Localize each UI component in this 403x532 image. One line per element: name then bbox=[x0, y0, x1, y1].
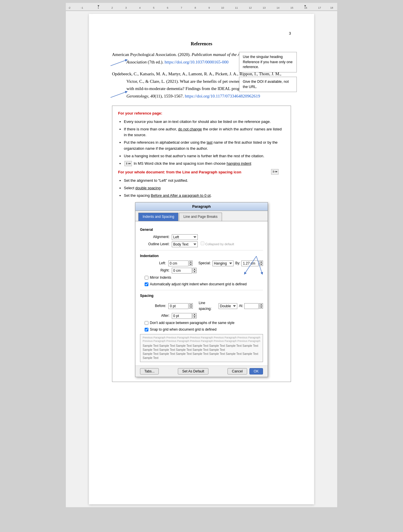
after-spinner[interactable]: ▲▼ bbox=[193, 313, 197, 319]
svg-text:7: 7 bbox=[181, 6, 182, 9]
by-label: By: bbox=[235, 261, 240, 266]
set-as-default-button[interactable]: Set As Default bbox=[178, 368, 208, 374]
special-label: Special: bbox=[198, 261, 211, 266]
svg-text:16: 16 bbox=[304, 6, 307, 9]
before-spinner[interactable]: ▲▼ bbox=[189, 303, 193, 309]
mirror-indents-row: Mirror Indents bbox=[140, 275, 263, 280]
line-spacing-select[interactable]: Double bbox=[219, 303, 237, 309]
special-select[interactable]: Hanging bbox=[212, 261, 234, 266]
left-input[interactable] bbox=[168, 261, 189, 266]
svg-rect-0 bbox=[66, 3, 337, 11]
dialog-body: General Alignment: Left Outline Level: B… bbox=[135, 221, 268, 366]
dialog-footer: Tabs... Set As Default Cancel OK bbox=[135, 366, 268, 377]
svg-text:9: 9 bbox=[208, 6, 210, 9]
line-spacing-form-label: Line spacing: bbox=[199, 300, 217, 311]
ok-button[interactable]: OK bbox=[249, 368, 263, 374]
dialog-tabs: Indents and Spacing Line and Page Breaks bbox=[135, 211, 268, 221]
whole-document-bullets: Set the alignment to “Left” not justifie… bbox=[124, 178, 285, 198]
callout-box-doi: Give the DOI if available, not the URL. bbox=[239, 77, 297, 92]
tabs-button[interactable]: Tabs... bbox=[140, 368, 159, 374]
info-box: For your reference page: Every source yo… bbox=[112, 106, 291, 382]
auto-adjust-row: Automatically adjust right indent when d… bbox=[140, 282, 263, 287]
mirror-label: Mirror Indents bbox=[150, 275, 171, 280]
after-label: After: bbox=[140, 313, 172, 319]
callout-box-reference: Use the singular heading Reference if yo… bbox=[239, 52, 297, 72]
before-label: Before: bbox=[140, 303, 168, 309]
dont-add-row: Don't add space between paragraphs of th… bbox=[140, 320, 263, 326]
right-input[interactable] bbox=[172, 268, 192, 274]
svg-text:1: 1 bbox=[98, 6, 99, 9]
svg-text:18: 18 bbox=[330, 6, 333, 9]
before-row: Before: ▲▼ Line spacing: Double At: ▲▼ bbox=[140, 300, 263, 311]
snap-label: Snap to grid when document grid is defin… bbox=[150, 327, 217, 332]
bullet-3: Put the references in alphabetical order… bbox=[124, 140, 285, 152]
before-input[interactable] bbox=[168, 303, 189, 309]
outline-label: Outline Level: bbox=[140, 241, 172, 247]
svg-text:6: 6 bbox=[167, 6, 168, 9]
by-spinner[interactable]: ▲▼ bbox=[259, 261, 263, 266]
ref2-vol: 40 bbox=[150, 94, 155, 98]
bullet-1: Every source you have an in-text citatio… bbox=[124, 119, 285, 125]
line-spacing-icon-1: ⇕≡▾ bbox=[124, 161, 132, 166]
ruler: -2 -1 1 2 3 4 5 6 7 8 9 10 11 12 13 14 1… bbox=[66, 3, 337, 11]
ref1-doi[interactable]: https://doi.org/10.1037/0000165-000 bbox=[165, 60, 228, 64]
svg-text:10: 10 bbox=[221, 6, 224, 9]
svg-text:15: 15 bbox=[290, 6, 293, 9]
collapsed-label: Collapsed by default bbox=[201, 241, 234, 247]
after-row: After: ▲▼ bbox=[140, 313, 263, 319]
dont-add-checkbox[interactable] bbox=[145, 321, 148, 325]
left-label: Left: bbox=[140, 261, 168, 266]
page-wrapper: -2 -1 1 2 3 4 5 6 7 8 9 10 11 12 13 14 1… bbox=[66, 3, 337, 507]
after-input[interactable] bbox=[172, 313, 192, 319]
at-spinner[interactable]: ▲▼ bbox=[259, 303, 263, 309]
page-number: 3 bbox=[112, 31, 291, 35]
svg-text:2: 2 bbox=[111, 6, 113, 9]
right-indent-row: Right: ▲▼ bbox=[140, 268, 263, 274]
snap-row: Snap to grid when document grid is defin… bbox=[140, 327, 263, 332]
at-input[interactable] bbox=[244, 303, 259, 309]
by-input[interactable] bbox=[241, 261, 259, 266]
dialog-title: Paragraph bbox=[135, 203, 268, 211]
ref2-doi[interactable]: https://doi.org/10.1177/0733464820962619 bbox=[185, 94, 260, 98]
right-spinner[interactable]: ▲▼ bbox=[193, 268, 197, 273]
ref1-author: American Psychological Association. (202… bbox=[112, 52, 192, 57]
right-label: Right: bbox=[140, 268, 172, 273]
page: 3 References Use the singular heading Re… bbox=[89, 14, 314, 504]
mirror-checkbox[interactable] bbox=[145, 276, 148, 280]
svg-text:12: 12 bbox=[249, 6, 252, 9]
svg-text:4: 4 bbox=[139, 6, 141, 9]
at-label: At: bbox=[239, 303, 243, 309]
bullet-6: Set the alignment to “Left” not justifie… bbox=[124, 178, 285, 184]
svg-text:5: 5 bbox=[153, 6, 154, 9]
svg-text:8: 8 bbox=[195, 6, 196, 9]
svg-text:14: 14 bbox=[277, 6, 279, 9]
line-spacing-icon-2: ⇕≡▾ bbox=[271, 169, 279, 174]
preview-prev: Previous Paragraph Previous Paragraph Pr… bbox=[143, 336, 260, 343]
svg-text:3: 3 bbox=[125, 6, 127, 9]
left-spinner[interactable]: ▲▼ bbox=[189, 261, 193, 266]
cancel-button[interactable]: Cancel bbox=[227, 368, 247, 374]
collapsed-checkbox[interactable] bbox=[201, 241, 204, 245]
left-indent-row: Left: ▲▼ Special: Hanging By: ▲▼ bbox=[140, 261, 263, 266]
references-heading: References bbox=[112, 41, 291, 46]
spacing-section-label: Spacing bbox=[140, 293, 263, 299]
tab-line-page-breaks[interactable]: Line and Page Breaks bbox=[179, 213, 222, 221]
alignment-select[interactable]: Left bbox=[172, 234, 198, 240]
ref1-edition: (7th ed.). bbox=[147, 60, 165, 64]
auto-adjust-checkbox[interactable] bbox=[145, 282, 148, 286]
dont-add-label: Don't add space between paragraphs of th… bbox=[150, 320, 234, 326]
bullet-4: Use a hanging indent so that author's na… bbox=[124, 153, 285, 159]
svg-text:11: 11 bbox=[235, 6, 238, 9]
reference-page-bullets: Every source you have an in-text citatio… bbox=[124, 119, 285, 167]
snap-checkbox[interactable] bbox=[145, 328, 148, 331]
svg-text:-2: -2 bbox=[68, 6, 70, 9]
general-section-label: General bbox=[140, 227, 263, 233]
alignment-label: Alignment: bbox=[140, 234, 172, 240]
info-heading-2: For your whole document: from the Line a… bbox=[118, 169, 285, 175]
svg-text:-1: -1 bbox=[81, 6, 83, 9]
tab-indents-spacing[interactable]: Indents and Spacing bbox=[138, 213, 178, 221]
outline-select[interactable]: Body Text bbox=[172, 241, 198, 247]
alignment-row: Alignment: Left bbox=[140, 234, 263, 240]
indentation-section-label: Indentation bbox=[140, 253, 263, 259]
svg-text:17: 17 bbox=[318, 6, 321, 9]
